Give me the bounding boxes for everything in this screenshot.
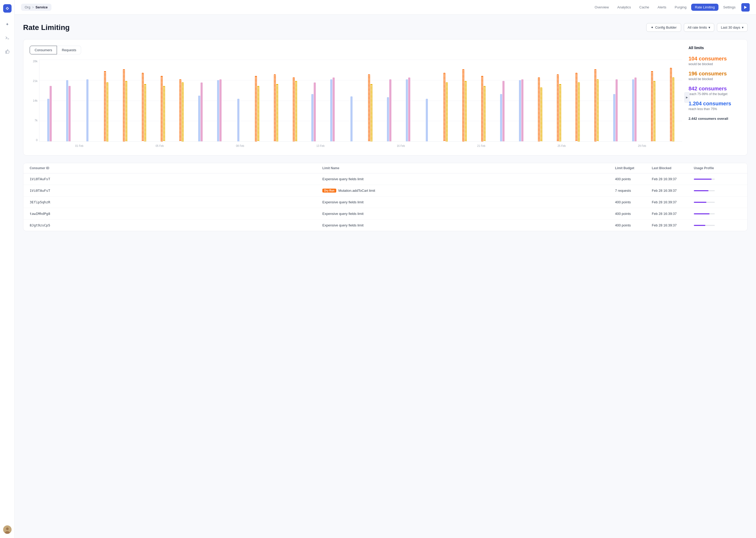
bar-6-2: [161, 76, 163, 141]
bar-group-6: [154, 60, 172, 141]
bar-25-0: [519, 80, 521, 141]
cell-usage-0: [694, 179, 741, 180]
tab-consumers[interactable]: Consumers: [30, 46, 57, 54]
bar-33-3: [672, 78, 674, 141]
table-row-1[interactable]: 1Vi0TAuFsT Dry Run Mutation.addToCart li…: [24, 185, 747, 196]
bar-group-25: [512, 60, 530, 141]
header-actions: ✦ Config Builder All rate limits ▾ Last …: [646, 23, 748, 32]
bar-8-1: [201, 82, 203, 141]
bar-group-2: [78, 60, 97, 141]
nav-link-settings[interactable]: Settings: [720, 4, 739, 11]
bar-group-32: [644, 60, 663, 141]
cell-last-blocked-4: Feb 28 16:39:37: [652, 223, 694, 227]
y-label-0: 0: [36, 138, 37, 141]
cell-budget-0: 400 points: [615, 177, 652, 181]
all-rate-limits-dropdown[interactable]: All rate limits ▾: [684, 23, 715, 32]
bar-group-9: [210, 60, 229, 141]
thumbsup-icon[interactable]: [3, 47, 12, 56]
stat-reach-75-99: 842 consumers reach 75-99% of the budget: [688, 86, 741, 96]
sidebar: ✦: [0, 0, 15, 538]
cell-id-1: 1Vi0TAuFsT: [30, 188, 322, 192]
main-content: Org > Service Overview Analytics Cache A…: [15, 0, 756, 538]
table-row-2[interactable]: 3Efip5qhzR Expensive query fields limit …: [24, 196, 747, 208]
cell-last-blocked-0: Feb 28 16:39:37: [652, 177, 694, 181]
bar-7-3: [182, 82, 184, 141]
stat-desc-purple: reach 75-99% of the budget: [688, 92, 741, 96]
last-30-days-dropdown[interactable]: Last 30 days ▾: [717, 23, 748, 32]
cell-limit-3: Expensive query fields limit: [322, 212, 615, 216]
usage-bar-bg-4: [694, 225, 715, 226]
sidebar-logo[interactable]: [3, 4, 12, 13]
bar-11-2: [255, 76, 257, 141]
bar-23-3: [484, 86, 486, 141]
bar-8-0: [198, 96, 200, 141]
bar-6-3: [163, 86, 165, 141]
table-row-4[interactable]: 8Jgt9zsCp5 Expensive query fields limit …: [24, 220, 747, 231]
breadcrumb-service[interactable]: Service: [35, 5, 48, 9]
config-builder-button[interactable]: ✦ Config Builder: [646, 23, 681, 32]
breadcrumb-org[interactable]: Org: [25, 5, 30, 9]
y-label-7k: 7k: [34, 119, 37, 122]
cell-id-2: 3Efip5qhzR: [30, 200, 322, 204]
bar-group-21: [437, 60, 455, 141]
y-label-28k: 28k: [33, 60, 37, 63]
page-content: Rate Limiting ✦ Config Builder All rate …: [15, 15, 756, 538]
cell-last-blocked-3: Feb 28 16:39:37: [652, 212, 694, 216]
bar-16-0: [351, 96, 353, 141]
sparkle-icon[interactable]: ✦: [3, 20, 12, 28]
chevron-down-icon: ▾: [708, 26, 710, 29]
bar-4-2: [123, 69, 125, 141]
stat-desc-blue: reach less than 75%: [688, 107, 741, 111]
terminal-icon[interactable]: [3, 34, 12, 42]
bar-group-0: [40, 60, 59, 141]
nav-link-purging[interactable]: Purging: [671, 4, 690, 11]
bar-12-2: [274, 74, 276, 141]
breadcrumb-separator: >: [32, 5, 34, 9]
bar-group-18: [380, 60, 398, 141]
bar-26-3: [540, 87, 542, 141]
nav-link-rate-limiting[interactable]: Rate Limiting: [691, 4, 719, 11]
bar-22-2: [462, 69, 464, 141]
cell-usage-2: [694, 202, 741, 203]
expand-button[interactable]: ▶: [684, 92, 689, 103]
stat-value-purple: 842 consumers: [688, 86, 741, 92]
avatar[interactable]: [3, 525, 12, 534]
stat-blocked-yellow: 196 consumers would be blocked: [688, 71, 741, 81]
bar-30-1: [616, 79, 618, 141]
nav-link-alerts[interactable]: Alerts: [654, 4, 670, 11]
badge-dryrun-1: Dry Run: [322, 188, 336, 192]
bar-30-0: [613, 94, 615, 141]
cell-usage-1: [694, 190, 741, 191]
usage-bar-fill-1: [694, 190, 708, 191]
chart-tabs: Consumers Requests: [30, 46, 682, 54]
bar-group-26: [531, 60, 549, 141]
table-row-3[interactable]: tawIMhdPg8 Expensive query fields limit …: [24, 208, 747, 220]
bar-1-0: [66, 80, 68, 141]
cell-limit-0: Expensive query fields limit: [322, 177, 615, 181]
nav-link-analytics[interactable]: Analytics: [613, 4, 635, 11]
config-builder-label: Config Builder: [655, 26, 677, 29]
table-row-0[interactable]: 1Vi0TAuFsT Expensive query fields limit …: [24, 173, 747, 185]
bar-group-7: [172, 60, 191, 141]
breadcrumb[interactable]: Org > Service: [21, 4, 51, 11]
last-30-days-label: Last 30 days: [721, 26, 740, 29]
bar-29-2: [594, 69, 596, 141]
bar-1-1: [69, 86, 71, 141]
th-limit-name: Limit Name: [322, 166, 615, 170]
nav-link-overview[interactable]: Overview: [591, 4, 612, 11]
cell-limit-1: Dry Run Mutation.addToCart limit: [322, 188, 615, 192]
all-rate-limits-label: All rate limits: [688, 26, 707, 29]
cell-limit-name-4: Expensive query fields limit: [322, 223, 363, 227]
usage-bar-fill-4: [694, 225, 705, 226]
svg-point-3: [6, 527, 9, 530]
x-label-21feb: 21 Feb: [477, 144, 485, 147]
bar-5-2: [142, 73, 144, 141]
x-label-05feb: 05 Feb: [156, 144, 164, 147]
cell-id-3: tawIMhdPg8: [30, 212, 322, 216]
bar-32-3: [653, 81, 655, 141]
stat-value-blue: 1.204 consumers: [688, 101, 741, 107]
play-button[interactable]: [741, 3, 750, 12]
cell-limit-4: Expensive query fields limit: [322, 223, 615, 227]
nav-link-cache[interactable]: Cache: [636, 4, 653, 11]
tab-requests[interactable]: Requests: [57, 46, 81, 54]
